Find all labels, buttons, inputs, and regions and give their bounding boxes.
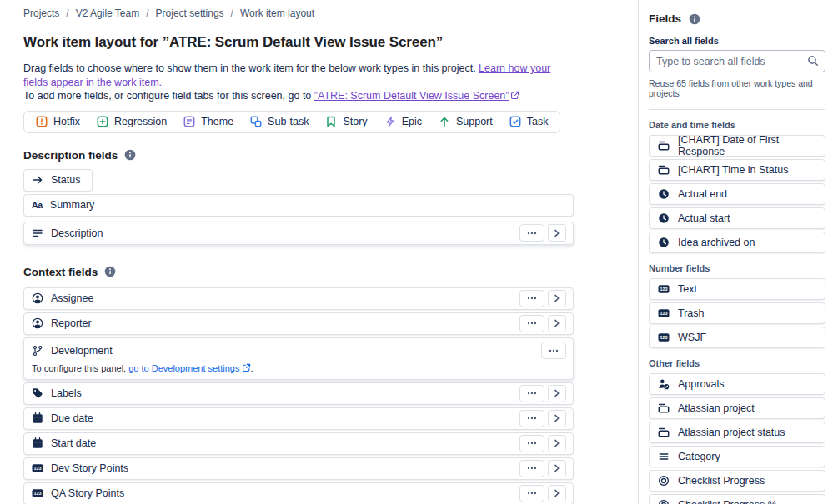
sidebar-field-trash[interactable]: 123 Trash xyxy=(649,302,825,324)
sidebar-field-category[interactable]: Category xyxy=(649,446,825,467)
more-options-button[interactable] xyxy=(519,224,544,242)
more-options-button[interactable] xyxy=(519,485,544,502)
development-note: To configure this panel, go to Developme… xyxy=(32,363,566,373)
expand-button[interactable] xyxy=(548,290,566,307)
field-label: Text xyxy=(678,283,697,295)
development-settings-link[interactable]: go to Development settings xyxy=(128,363,250,373)
expand-button[interactable] xyxy=(548,315,566,332)
field-label: Category xyxy=(678,451,720,462)
expand-button[interactable] xyxy=(548,385,566,402)
group-heading-number: Number fields xyxy=(649,263,825,273)
work-type-tab-label: Theme xyxy=(201,116,233,127)
sidebar-field-actual-end[interactable]: Actual end xyxy=(649,183,825,205)
field-label: Status xyxy=(51,174,80,186)
svg-text:123: 123 xyxy=(660,311,668,316)
field-row-due-date[interactable]: Due date xyxy=(23,407,574,430)
field-label: Idea archived on xyxy=(678,237,755,248)
sidebar-field-wsjf[interactable]: 123 WSJF xyxy=(649,327,825,348)
drawer-icon xyxy=(658,402,670,414)
sidebar-field-actual-start[interactable]: Actual start xyxy=(649,207,825,229)
breadcrumb-separator: / xyxy=(231,7,233,19)
info-icon[interactable] xyxy=(689,13,700,25)
work-type-tab-theme[interactable]: Theme xyxy=(175,112,242,132)
approvals-icon xyxy=(658,378,670,390)
more-options-button[interactable] xyxy=(519,435,544,452)
story-icon xyxy=(325,116,337,127)
field-row-summary[interactable]: Aa Summary xyxy=(23,194,574,217)
breadcrumb-projects[interactable]: Projects xyxy=(23,7,59,19)
expand-button[interactable] xyxy=(548,410,566,427)
work-type-tab-story[interactable]: Story xyxy=(317,112,375,132)
search-icon xyxy=(807,55,819,67)
sidebar-field-atlassian-project[interactable]: Atlassian project xyxy=(649,397,825,419)
more-icon xyxy=(526,412,538,424)
field-row-dev-story-points[interactable]: 123 Dev Story Points xyxy=(23,457,574,480)
field-label: Assignee xyxy=(51,292,93,304)
info-icon[interactable] xyxy=(104,266,116,277)
more-icon xyxy=(526,387,538,399)
more-options-button[interactable] xyxy=(519,410,544,427)
sidebar-field-chart-date-first-response[interactable]: [CHART] Date of First Response xyxy=(649,135,825,157)
field-label: Actual start xyxy=(678,212,730,224)
field-row-qa-story-points[interactable]: 123 QA Story Points xyxy=(23,482,574,504)
field-row-start-date[interactable]: Start date xyxy=(23,432,574,455)
breadcrumb-work-item-layout[interactable]: Work item layout xyxy=(240,7,314,19)
sidebar-field-atlassian-project-status[interactable]: Atlassian project status xyxy=(649,422,825,443)
expand-button[interactable] xyxy=(548,460,566,477)
more-options-button[interactable] xyxy=(541,342,566,359)
calendar-icon xyxy=(32,412,43,424)
search-input[interactable] xyxy=(649,50,825,72)
field-row-description[interactable]: Description xyxy=(23,222,574,245)
work-type-tab-subtask[interactable]: Sub-task xyxy=(242,112,317,132)
more-options-button[interactable] xyxy=(519,460,544,477)
target-icon xyxy=(658,475,670,487)
expand-button[interactable] xyxy=(548,485,566,502)
more-options-button[interactable] xyxy=(519,315,544,332)
more-options-button[interactable] xyxy=(519,290,544,307)
breadcrumb: Projects / V2 Agile Team / Project setti… xyxy=(23,7,574,19)
more-options-button[interactable] xyxy=(519,385,544,402)
field-label: Summary xyxy=(50,199,94,211)
sidebar-field-approvals[interactable]: Approvals xyxy=(649,373,825,395)
info-icon[interactable] xyxy=(124,149,136,161)
expand-button[interactable] xyxy=(548,435,566,452)
chevron-right-icon xyxy=(551,292,563,304)
intro-line1: Drag fields to choose where to show them… xyxy=(23,62,476,74)
number-123-icon: 123 xyxy=(658,307,670,319)
work-type-tab-label: Regression xyxy=(114,116,167,127)
field-label: Atlassian project xyxy=(678,402,755,414)
field-label: Due date xyxy=(51,412,93,424)
tag-icon xyxy=(32,387,43,399)
screen-link[interactable]: ”ATRE: Scrum Default View Issue Screen” xyxy=(314,90,520,102)
work-type-tab-hotfix[interactable]: Hotfix xyxy=(28,112,88,132)
expand-button[interactable] xyxy=(548,224,566,242)
theme-icon xyxy=(183,116,195,127)
work-type-tab-epic[interactable]: Epic xyxy=(376,112,430,132)
group-heading-other: Other fields xyxy=(649,358,825,368)
field-row-reporter[interactable]: Reporter xyxy=(23,312,574,335)
sidebar-field-checklist-progress-pct[interactable]: Checklist Progress % xyxy=(649,494,825,504)
task-icon xyxy=(509,116,521,127)
sidebar-field-checklist-progress[interactable]: Checklist Progress xyxy=(649,470,825,492)
sidebar-field-idea-archived-on[interactable]: Idea archived on xyxy=(649,232,825,253)
work-type-tab-regression[interactable]: Regression xyxy=(88,112,175,132)
breadcrumb-project-settings[interactable]: Project settings xyxy=(156,7,224,19)
fields-heading: Fields xyxy=(649,12,825,25)
main-panel: Projects / V2 Agile Team / Project setti… xyxy=(0,0,638,504)
clock-icon xyxy=(658,212,670,224)
field-label: Actual end xyxy=(678,188,727,200)
work-type-tab-support[interactable]: Support xyxy=(430,112,501,132)
breadcrumb-project-name[interactable]: V2 Agile Team xyxy=(76,7,140,19)
field-label: Checklist Progress xyxy=(678,475,765,487)
sidebar-field-text[interactable]: 123 Text xyxy=(649,278,825,300)
lines-icon xyxy=(658,451,670,462)
sidebar-field-chart-time-in-status[interactable]: [CHART] Time in Status xyxy=(649,159,825,181)
field-row-development[interactable]: Development To configure this panel, go … xyxy=(23,337,574,380)
work-type-tab-label: Task xyxy=(527,116,549,127)
svg-text:123: 123 xyxy=(660,287,668,292)
field-row-labels[interactable]: Labels xyxy=(23,382,574,405)
field-row-status[interactable]: Status xyxy=(23,169,93,192)
field-row-assignee[interactable]: Assignee xyxy=(23,287,574,310)
work-type-tab-task[interactable]: Task xyxy=(501,112,557,132)
field-label: Approvals xyxy=(678,378,725,390)
